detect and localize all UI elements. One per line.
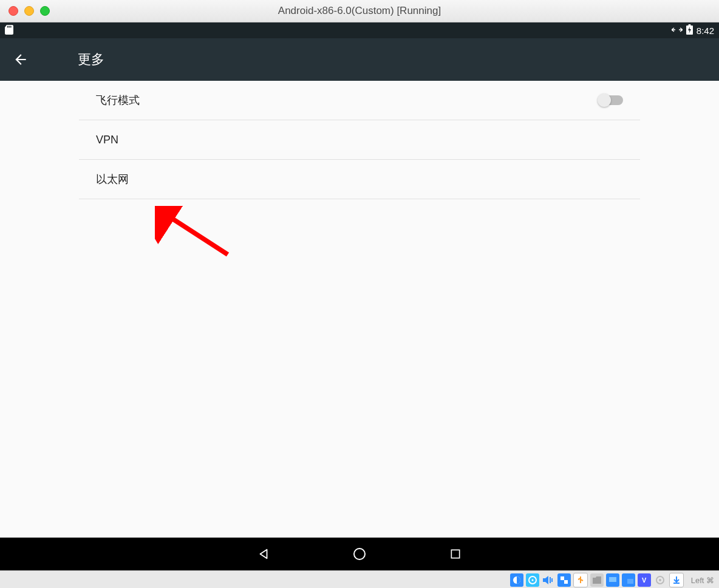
svg-rect-11 [550, 577, 551, 583]
svg-rect-14 [564, 580, 568, 584]
airplane-mode-row[interactable]: 飞行模式 [79, 81, 640, 120]
android-statusbar: 8:42 [0, 22, 719, 38]
page-title: 更多 [78, 50, 104, 69]
close-window-button[interactable] [9, 6, 18, 16]
battery-charging-icon [686, 24, 693, 36]
host-taskbar: V Left ⌘ [0, 570, 719, 588]
mac-titlebar: Android-x86-6.0(Custom) [Running] [0, 0, 719, 22]
tray-audio-icon[interactable] [542, 573, 555, 587]
svg-point-10 [531, 579, 533, 581]
tray-settings-icon[interactable] [653, 573, 667, 587]
tray-display-icon[interactable] [606, 573, 619, 587]
ethernet-label: 以太网 [96, 172, 129, 186]
airplane-mode-label: 飞行模式 [96, 93, 140, 108]
svg-rect-2 [10, 26, 12, 27]
vm-screen: 8:42 更多 飞行模式 VPN 以太网 [0, 22, 719, 570]
android-appbar: 更多 [0, 38, 719, 81]
tray-folder-icon[interactable] [590, 573, 604, 587]
svg-rect-12 [551, 578, 553, 582]
zoom-window-button[interactable] [40, 6, 50, 16]
window-title: Android-x86-6.0(Custom) [Running] [0, 5, 719, 17]
tray-app-icon[interactable] [510, 573, 523, 587]
settings-list: 飞行模式 VPN 以太网 [0, 81, 719, 538]
minimize-window-button[interactable] [24, 6, 34, 16]
tray-network-icon[interactable] [557, 573, 571, 587]
nav-recents-button[interactable] [447, 545, 464, 562]
nav-home-button[interactable] [351, 545, 368, 562]
traffic-lights [0, 6, 50, 16]
svg-point-5 [354, 549, 365, 559]
toggle-knob [598, 94, 611, 107]
sdcard-icon [5, 25, 13, 36]
svg-rect-18 [627, 579, 633, 584]
tray-capture-icon[interactable] [622, 573, 635, 587]
svg-rect-13 [561, 576, 564, 580]
network-activity-icon [672, 26, 683, 35]
ethernet-row[interactable]: 以太网 [79, 160, 640, 199]
vpn-row[interactable]: VPN [79, 120, 640, 160]
svg-rect-4 [688, 24, 690, 26]
svg-rect-6 [451, 550, 459, 558]
nav-back-button[interactable] [255, 545, 272, 562]
svg-point-20 [659, 579, 661, 581]
tray-download-icon[interactable] [669, 573, 684, 587]
vpn-label: VPN [96, 134, 118, 146]
host-key-indicator: Left ⌘ [691, 576, 714, 585]
svg-rect-16 [609, 577, 616, 582]
svg-rect-0 [7, 26, 9, 27]
tray-usb-icon[interactable] [573, 573, 588, 587]
status-time: 8:42 [697, 26, 714, 36]
back-button[interactable] [12, 51, 29, 68]
airplane-mode-toggle[interactable] [599, 95, 623, 105]
svg-rect-1 [9, 26, 10, 27]
android-navbar [0, 538, 719, 570]
tray-vbox-icon[interactable]: V [638, 573, 651, 587]
tray-disc-icon[interactable] [526, 573, 539, 587]
